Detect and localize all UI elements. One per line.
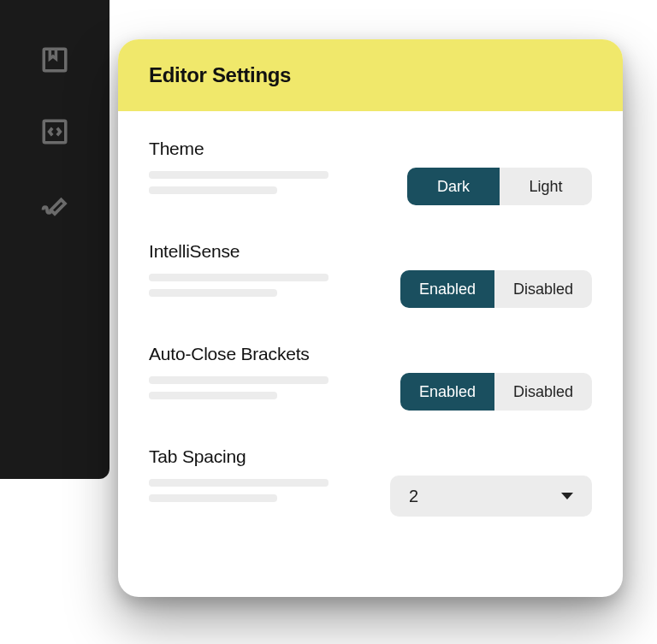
intellisense-enabled-button[interactable]: Enabled [400,270,494,308]
panel-body: Theme Dark Light IntelliSense Enabl [118,111,623,551]
intellisense-toggle: Enabled Disabled [400,270,592,308]
tabspacing-value: 2 [409,487,418,506]
panel-header: Editor Settings [118,39,623,111]
setting-tabspacing: Tab Spacing 2 [149,446,592,517]
tabspacing-description-placeholder [149,479,373,502]
setting-theme: Theme Dark Light [149,139,592,205]
tabspacing-label: Tab Spacing [149,446,373,467]
theme-toggle: Dark Light [407,168,592,205]
pencil-squiggle-icon[interactable] [39,188,70,219]
autoclose-enabled-button[interactable]: Enabled [400,373,494,411]
setting-intellisense: IntelliSense Enabled Disabled [149,241,592,308]
bookmark-icon[interactable] [39,44,70,75]
setting-autoclose: Auto-Close Brackets Enabled Disabled [149,344,592,411]
theme-label: Theme [149,139,390,159]
code-icon[interactable] [39,116,70,147]
autoclose-disabled-button[interactable]: Disabled [494,373,592,411]
theme-dark-button[interactable]: Dark [407,168,500,205]
tabspacing-select[interactable]: 2 [390,476,592,517]
intellisense-disabled-button[interactable]: Disabled [494,270,592,308]
autoclose-label: Auto-Close Brackets [149,344,383,364]
sidebar [0,0,110,479]
intellisense-label: IntelliSense [149,241,383,262]
svg-rect-1 [44,121,66,143]
autoclose-toggle: Enabled Disabled [400,373,592,411]
intellisense-description-placeholder [149,274,383,297]
editor-settings-panel: Editor Settings Theme Dark Light Intelli… [118,39,623,597]
theme-light-button[interactable]: Light [500,168,592,205]
theme-description-placeholder [149,171,390,194]
autoclose-description-placeholder [149,376,383,399]
panel-title: Editor Settings [149,63,592,87]
chevron-down-icon [561,493,573,499]
